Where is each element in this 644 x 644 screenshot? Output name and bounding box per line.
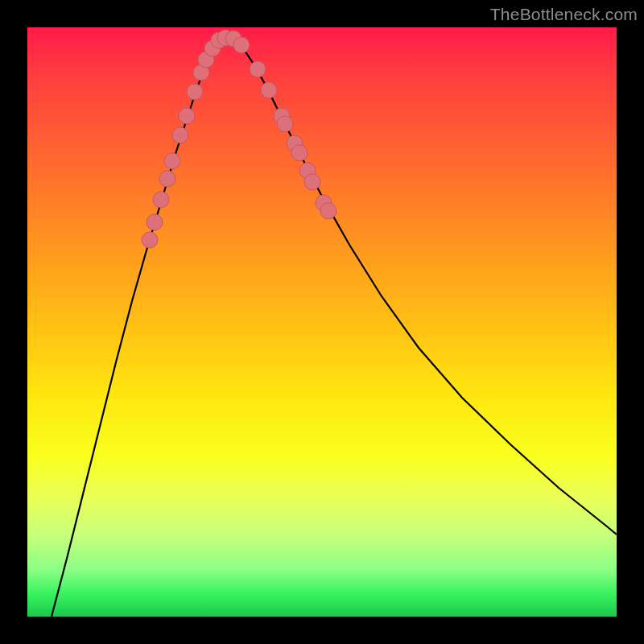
curve-dot: [233, 37, 250, 53]
curve-dot: [159, 171, 175, 187]
curve-dots: [142, 30, 336, 248]
chart-frame: TheBottleneck.com: [0, 0, 644, 644]
curve-dot: [291, 145, 308, 161]
curve-dot: [172, 127, 188, 143]
curve-dot: [304, 174, 320, 190]
curve-dot: [261, 82, 277, 98]
watermark-text: TheBottleneck.com: [490, 5, 638, 24]
curve-dot: [164, 153, 180, 169]
curve-dot: [153, 192, 169, 208]
bottleneck-curve-svg: [27, 27, 617, 617]
curve-dot: [147, 214, 163, 230]
bottleneck-curve: [52, 37, 617, 617]
plot-area: [27, 27, 617, 617]
curve-dot: [250, 61, 266, 77]
curve-dot: [142, 232, 158, 248]
curve-dot: [187, 84, 203, 100]
curve-dot: [277, 116, 293, 132]
curve-dot: [320, 203, 336, 219]
curve-dot: [179, 108, 195, 124]
